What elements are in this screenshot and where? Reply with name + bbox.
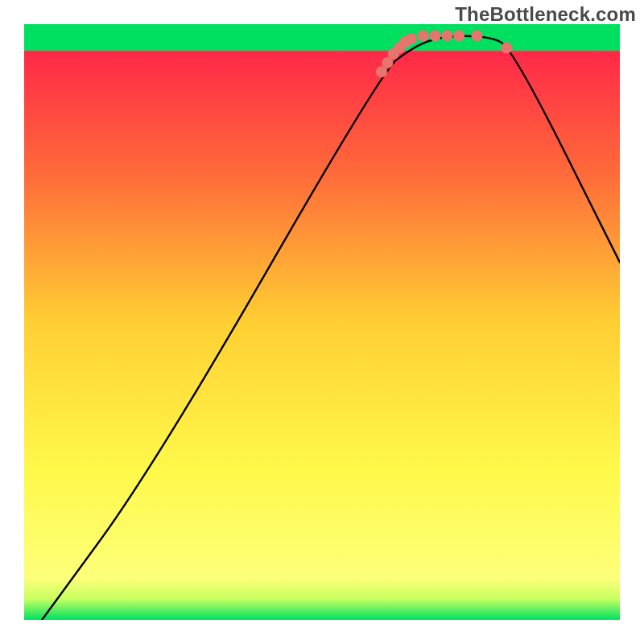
highlight-point [453,31,464,42]
plot-area [24,24,620,620]
highlight-point [441,31,452,42]
chart-frame: TheBottleneck.com [0,0,644,644]
highlight-point [471,31,482,42]
highlight-point [406,34,417,45]
highlight-point [430,31,441,42]
gradient-background [24,24,620,620]
green-band [24,24,620,51]
highlight-point [501,43,512,54]
highlight-point [418,31,429,42]
chart-svg [24,24,620,620]
watermark-text: TheBottleneck.com [455,3,636,26]
